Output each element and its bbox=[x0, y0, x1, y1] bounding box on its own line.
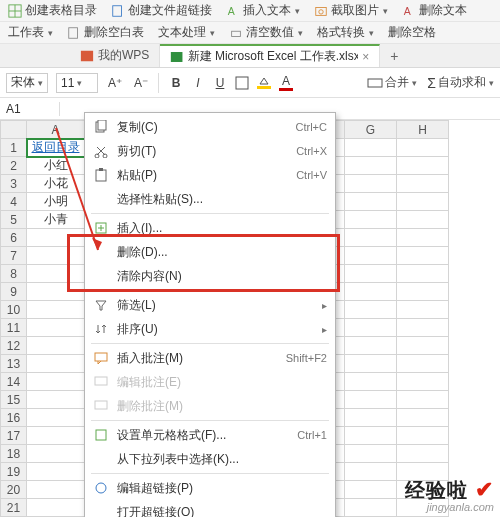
new-tab-button[interactable]: + bbox=[380, 48, 408, 64]
row-header[interactable]: 14 bbox=[1, 373, 27, 391]
menu-format-cells[interactable]: 设置单元格格式(F)... Ctrl+1 bbox=[85, 423, 335, 447]
fill-color-button[interactable] bbox=[255, 74, 273, 92]
delete-blank-sheet-button[interactable]: 删除空白表 bbox=[67, 24, 144, 41]
cell[interactable] bbox=[397, 301, 449, 319]
cell[interactable] bbox=[345, 427, 397, 445]
delete-text-button[interactable]: A 删除文本 bbox=[402, 2, 467, 19]
select-all-corner[interactable] bbox=[1, 121, 27, 139]
clear-values-button[interactable]: 清空数值▾ bbox=[229, 24, 303, 41]
row-header[interactable]: 17 bbox=[1, 427, 27, 445]
delete-spaces-button[interactable]: 删除空格 bbox=[388, 24, 436, 41]
cell[interactable] bbox=[345, 211, 397, 229]
row-header[interactable]: 18 bbox=[1, 445, 27, 463]
cell[interactable] bbox=[27, 481, 85, 499]
insert-text-button[interactable]: A 插入文本▾ bbox=[226, 2, 300, 19]
menu-insert[interactable]: 插入(I)... bbox=[85, 216, 335, 240]
screenshot-button[interactable]: 截取图片▾ bbox=[314, 2, 388, 19]
row-header[interactable]: 13 bbox=[1, 355, 27, 373]
menu-copy[interactable]: 复制(C) Ctrl+C bbox=[85, 115, 335, 139]
cell[interactable] bbox=[397, 373, 449, 391]
row-header[interactable]: 19 bbox=[1, 463, 27, 481]
row-header[interactable]: 5 bbox=[1, 211, 27, 229]
cell[interactable] bbox=[397, 211, 449, 229]
cell[interactable] bbox=[27, 247, 85, 265]
cell[interactable] bbox=[397, 193, 449, 211]
name-box[interactable]: A1 bbox=[0, 102, 60, 116]
cell[interactable] bbox=[27, 265, 85, 283]
bold-button[interactable]: B bbox=[167, 74, 185, 92]
create-file-hyperlink-button[interactable]: 创建文件超链接 bbox=[111, 2, 212, 19]
cell[interactable] bbox=[27, 229, 85, 247]
font-color-button[interactable]: A bbox=[277, 74, 295, 92]
menu-paste[interactable]: 粘贴(P) Ctrl+V bbox=[85, 163, 335, 187]
cell[interactable] bbox=[27, 499, 85, 517]
menu-cut[interactable]: 剪切(T) Ctrl+X bbox=[85, 139, 335, 163]
cell[interactable] bbox=[345, 355, 397, 373]
cell[interactable] bbox=[397, 247, 449, 265]
cell-A1[interactable]: 返回目录 bbox=[27, 139, 85, 157]
cell[interactable] bbox=[397, 445, 449, 463]
menu-paste-special[interactable]: 选择性粘贴(S)... bbox=[85, 187, 335, 211]
cell[interactable] bbox=[397, 139, 449, 157]
format-convert-button[interactable]: 格式转换▾ bbox=[317, 24, 374, 41]
row-header[interactable]: 16 bbox=[1, 409, 27, 427]
text-process-button[interactable]: 文本处理▾ bbox=[158, 24, 215, 41]
italic-button[interactable]: I bbox=[189, 74, 207, 92]
cell[interactable] bbox=[345, 247, 397, 265]
row-header[interactable]: 9 bbox=[1, 283, 27, 301]
menu-insert-comment[interactable]: 插入批注(M) Shift+F2 bbox=[85, 346, 335, 370]
cell[interactable] bbox=[397, 337, 449, 355]
cell[interactable] bbox=[345, 175, 397, 193]
row-header[interactable]: 8 bbox=[1, 265, 27, 283]
cell[interactable] bbox=[345, 139, 397, 157]
cell[interactable] bbox=[345, 409, 397, 427]
cell[interactable] bbox=[345, 319, 397, 337]
cell[interactable] bbox=[27, 301, 85, 319]
font-size-select[interactable]: 11▾ bbox=[56, 73, 98, 93]
menu-edit-hyperlink[interactable]: 编辑超链接(P) bbox=[85, 476, 335, 500]
tab-my-wps[interactable]: 我的WPS bbox=[70, 44, 160, 67]
cell[interactable] bbox=[345, 301, 397, 319]
increase-font-button[interactable]: A⁺ bbox=[106, 74, 124, 92]
row-header[interactable]: 6 bbox=[1, 229, 27, 247]
cell[interactable] bbox=[397, 319, 449, 337]
col-header[interactable]: A bbox=[27, 121, 85, 139]
cell[interactable] bbox=[345, 193, 397, 211]
row-header[interactable]: 15 bbox=[1, 391, 27, 409]
cell[interactable] bbox=[27, 283, 85, 301]
cell[interactable] bbox=[27, 409, 85, 427]
cell[interactable] bbox=[27, 373, 85, 391]
font-name-select[interactable]: 宋体▾ bbox=[6, 73, 48, 93]
tab-workbook[interactable]: 新建 Microsoft Excel 工作表.xlsx * × bbox=[160, 44, 380, 67]
menu-filter[interactable]: 筛选(L) ▸ bbox=[85, 293, 335, 317]
cell[interactable] bbox=[27, 445, 85, 463]
merge-menu[interactable]: 合并▾ bbox=[367, 74, 417, 92]
cell[interactable] bbox=[397, 409, 449, 427]
cell[interactable] bbox=[345, 499, 397, 517]
cell[interactable] bbox=[397, 427, 449, 445]
row-header[interactable]: 10 bbox=[1, 301, 27, 319]
cell[interactable] bbox=[345, 445, 397, 463]
row-header[interactable]: 7 bbox=[1, 247, 27, 265]
cell[interactable] bbox=[345, 229, 397, 247]
menu-clear-content[interactable]: 清除内容(N) bbox=[85, 264, 335, 288]
cell[interactable] bbox=[397, 283, 449, 301]
cell[interactable] bbox=[345, 337, 397, 355]
cell[interactable] bbox=[345, 373, 397, 391]
decrease-font-button[interactable]: A⁻ bbox=[132, 74, 150, 92]
create-table-toc-button[interactable]: 创建表格目录 bbox=[8, 2, 97, 19]
cell[interactable] bbox=[345, 283, 397, 301]
cell[interactable] bbox=[27, 391, 85, 409]
autosum-menu[interactable]: Σ 自动求和▾ bbox=[427, 74, 494, 92]
col-header[interactable]: H bbox=[397, 121, 449, 139]
cell[interactable]: 小明 bbox=[27, 193, 85, 211]
cell[interactable] bbox=[397, 265, 449, 283]
cell[interactable]: 小青 bbox=[27, 211, 85, 229]
row-header[interactable]: 3 bbox=[1, 175, 27, 193]
menu-open-hyperlink[interactable]: 打开超链接(O) bbox=[85, 500, 335, 517]
cell[interactable] bbox=[27, 463, 85, 481]
cell[interactable] bbox=[345, 481, 397, 499]
cell[interactable] bbox=[397, 175, 449, 193]
cell[interactable] bbox=[27, 427, 85, 445]
row-header[interactable]: 21 bbox=[1, 499, 27, 517]
